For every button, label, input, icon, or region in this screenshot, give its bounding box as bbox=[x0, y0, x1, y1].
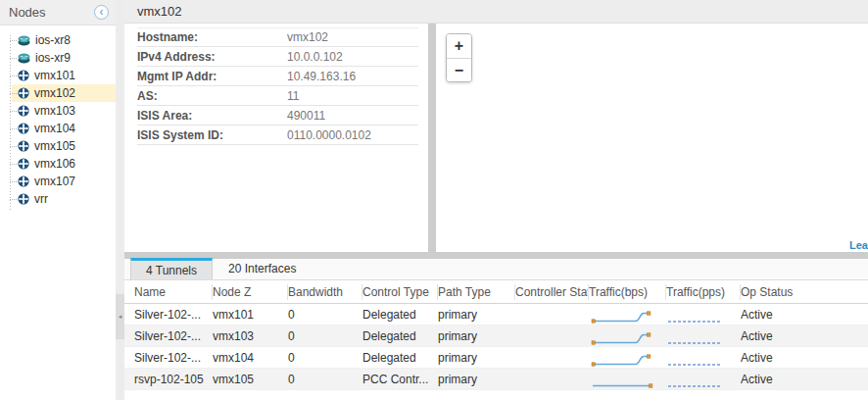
cell: vmx104 bbox=[213, 351, 288, 365]
cell: 0 bbox=[288, 308, 362, 322]
traffic-bps-sparkline bbox=[589, 369, 666, 390]
vmx-router-icon bbox=[18, 193, 29, 205]
sidebar-item-vmx103[interactable]: vmx103 bbox=[0, 102, 116, 120]
tab-interfaces[interactable]: 20 Interfaces bbox=[213, 258, 312, 279]
op-status-value: Active bbox=[741, 373, 868, 386]
column-header-node-z[interactable]: Node Z bbox=[213, 284, 288, 300]
node-details-panel: Hostname:vmx102IPv4 Address:10.0.0.102Mg… bbox=[124, 24, 428, 252]
detail-value: vmx102 bbox=[287, 30, 328, 44]
cell: Silver-102-... bbox=[134, 308, 213, 322]
sidebar-item-vmx105[interactable]: vmx105 bbox=[0, 137, 116, 155]
detail-row: IPv4 Address:10.0.0.102 bbox=[137, 47, 418, 67]
cell: primary bbox=[438, 329, 515, 343]
tab-tunnels[interactable]: 4 Tunnels bbox=[130, 258, 213, 279]
node-label: vmx104 bbox=[34, 122, 75, 135]
detail-row: Mgmt IP Addr:10.49.163.16 bbox=[137, 67, 418, 86]
collapse-sidebar-icon[interactable]: ‹ bbox=[94, 5, 109, 20]
node-tree: ios-xr8ios-xr9vmx101vmx102vmx103vmx104vm… bbox=[0, 25, 116, 400]
detail-label: Hostname: bbox=[137, 30, 287, 44]
cell: Delegated bbox=[362, 308, 438, 322]
selected-node-title: vmx102 bbox=[137, 4, 182, 19]
map-zoom-control: + − bbox=[446, 33, 472, 82]
sidebar-item-vmx104[interactable]: vmx104 bbox=[0, 120, 116, 137]
column-header-traffic-bps-[interactable]: Traffic(bps) bbox=[589, 284, 666, 300]
cell: primary bbox=[438, 351, 515, 365]
sidebar-splitter[interactable]: ◂ bbox=[116, 0, 124, 400]
sidebar-header: Nodes ‹ bbox=[0, 0, 116, 25]
detail-value: 490011 bbox=[287, 109, 325, 123]
detail-label: ISIS System ID: bbox=[137, 128, 287, 142]
sidebar-item-vmx101[interactable]: vmx101 bbox=[0, 67, 116, 84]
cell: 0 bbox=[288, 351, 362, 365]
sidebar-item-ios-xr9[interactable]: ios-xr9 bbox=[0, 49, 116, 67]
sidebar-item-ios-xr8[interactable]: ios-xr8 bbox=[0, 31, 116, 49]
detail-label: IPv4 Address: bbox=[137, 50, 287, 64]
op-status-value: Active bbox=[741, 308, 868, 322]
column-header-op-status[interactable]: Op Status bbox=[741, 284, 868, 300]
detail-value: 10.0.0.102 bbox=[287, 50, 343, 64]
xr-router-icon bbox=[18, 53, 30, 64]
tunnel-row-vmx105[interactable]: rsvp-102-105vmx1050PCC Contr...primaryAc… bbox=[124, 369, 868, 390]
column-header-path-type[interactable]: Path Type bbox=[438, 284, 515, 300]
cell: Silver-102-... bbox=[134, 329, 213, 343]
cell: rsvp-102-105 bbox=[134, 373, 213, 386]
cell: 0 bbox=[288, 329, 362, 343]
vmx-router-icon bbox=[18, 158, 29, 170]
detail-row: ISIS Area:490011 bbox=[137, 106, 418, 125]
detail-label: ISIS Area: bbox=[137, 109, 287, 123]
node-label: vmx107 bbox=[34, 175, 75, 188]
traffic-pps-sparkline bbox=[666, 347, 741, 369]
vmx-router-icon bbox=[18, 87, 29, 99]
tunnels-panel: 4 Tunnels 20 Interfaces NameNode ZBandwi… bbox=[124, 259, 868, 400]
column-header-name[interactable]: Name bbox=[134, 284, 213, 300]
op-status-value: Active bbox=[741, 329, 868, 343]
xr-router-icon bbox=[18, 35, 30, 46]
node-label: ios-xr9 bbox=[35, 51, 71, 65]
cell: vmx101 bbox=[213, 308, 288, 322]
traffic-bps-sparkline bbox=[589, 325, 666, 347]
vmx-router-icon bbox=[18, 175, 29, 187]
cell: vmx105 bbox=[213, 373, 288, 386]
vmx-router-icon bbox=[18, 140, 29, 152]
splitter-collapse-icon[interactable]: ◂ bbox=[116, 294, 124, 339]
cell: Delegated bbox=[362, 351, 438, 365]
selected-node-title-bar: vmx102 bbox=[124, 0, 868, 24]
tunnels-table-header: NameNode ZBandwidthControl TypePath Type… bbox=[124, 280, 868, 304]
sidebar-item-vrr[interactable]: vrr bbox=[0, 190, 116, 208]
column-header-controller-statu[interactable]: Controller Statu bbox=[515, 284, 589, 300]
topology-map-panel: + − Lea bbox=[436, 24, 868, 252]
tunnel-row-vmx101[interactable]: Silver-102-...vmx1010DelegatedprimaryAct… bbox=[124, 304, 868, 325]
column-header-bandwidth[interactable]: Bandwidth bbox=[288, 284, 362, 300]
detail-value: 10.49.163.16 bbox=[287, 70, 356, 83]
node-label: vmx101 bbox=[34, 69, 75, 82]
traffic-bps-sparkline bbox=[589, 347, 666, 369]
node-label: ios-xr8 bbox=[35, 33, 71, 47]
column-header-traffic-pps-[interactable]: Traffic(pps) bbox=[666, 284, 741, 300]
sidebar-item-vmx107[interactable]: vmx107 bbox=[0, 173, 116, 190]
cell: Silver-102-... bbox=[134, 351, 213, 365]
traffic-pps-sparkline bbox=[666, 304, 741, 325]
sidebar-item-vmx102[interactable]: vmx102 bbox=[0, 84, 116, 102]
detail-value: 11 bbox=[287, 89, 299, 103]
vmx-router-icon bbox=[18, 70, 29, 81]
column-header-control-type[interactable]: Control Type bbox=[362, 284, 438, 300]
node-label: vmx103 bbox=[34, 104, 75, 118]
zoom-out-button[interactable]: − bbox=[447, 58, 471, 81]
cell: primary bbox=[438, 308, 515, 322]
cell: Delegated bbox=[362, 329, 438, 343]
detail-label: Mgmt IP Addr: bbox=[137, 70, 287, 83]
map-attribution-link[interactable]: Lea bbox=[849, 239, 868, 251]
node-label: vrr bbox=[34, 192, 48, 206]
detail-row: ISIS System ID:0110.0000.0102 bbox=[137, 125, 418, 145]
sidebar-item-vmx106[interactable]: vmx106 bbox=[0, 155, 116, 173]
tunnel-row-vmx103[interactable]: Silver-102-...vmx1030DelegatedprimaryAct… bbox=[124, 325, 868, 347]
cell: 0 bbox=[288, 373, 362, 386]
main-area: vmx102 Hostname:vmx102IPv4 Address:10.0.… bbox=[124, 0, 868, 400]
op-status-value: Active bbox=[741, 351, 868, 365]
tunnel-row-vmx104[interactable]: Silver-102-...vmx1040DelegatedprimaryAct… bbox=[124, 347, 868, 369]
zoom-in-button[interactable]: + bbox=[447, 34, 471, 58]
detail-row: Hostname:vmx102 bbox=[137, 27, 418, 47]
traffic-bps-sparkline bbox=[589, 304, 666, 325]
detail-label: AS: bbox=[137, 89, 287, 103]
details-map-splitter[interactable] bbox=[428, 24, 436, 252]
